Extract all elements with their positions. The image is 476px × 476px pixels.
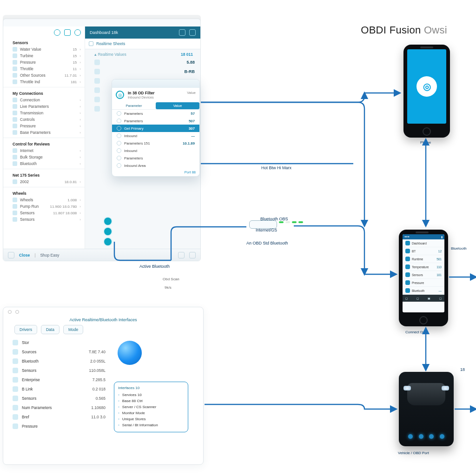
monitor-top [3, 307, 203, 317]
chevron-right-icon: › [79, 211, 81, 215]
item-icon [13, 198, 17, 202]
seg-data[interactable]: Data [41, 325, 60, 334]
sidebar-item[interactable]: Pressure 15 › [3, 59, 85, 66]
row-value: 10.1.89 [183, 141, 195, 145]
power-icon[interactable] [8, 252, 14, 258]
item-icon [13, 179, 17, 184]
popup-tab-a[interactable]: Parameter [112, 102, 156, 109]
item-icon [13, 47, 17, 52]
phone2-under-caption: Connect Data [405, 330, 428, 334]
item-icon [13, 204, 17, 209]
item-label: Bulk Storage [20, 155, 74, 159]
stack-b-label: 9k/s [165, 285, 172, 290]
popup-row[interactable]: Parameters [112, 154, 199, 162]
item-label: Water Value [20, 47, 70, 52]
item-icon [13, 124, 17, 128]
row-label: Runtime [412, 258, 435, 261]
item-label: 2002 [20, 179, 62, 184]
chevron-right-icon: › [79, 149, 81, 153]
grid-icon[interactable] [64, 29, 71, 36]
sidebar-item[interactable]: Controls › [3, 116, 85, 123]
popup-row[interactable]: Inbound — [112, 132, 199, 139]
chevron-right-icon: › [79, 180, 81, 184]
card-icon[interactable] [189, 29, 196, 36]
phone-list: ●●●▮ Dashboard BT 12 Runtime 501 Tempera… [399, 230, 448, 326]
sidebar-item[interactable]: Bluetooth › [3, 160, 85, 167]
phone-list-row[interactable]: Dashboard [403, 239, 444, 247]
phone-list-row[interactable]: Runtime 501 [403, 255, 444, 263]
popup-row[interactable]: Parameters 57 [112, 110, 199, 117]
sidebar-item[interactable]: Live Parameters › [3, 103, 85, 110]
sidebar-item[interactable]: Base Parameters › [3, 129, 85, 136]
row-value: 307 [189, 126, 195, 131]
popup-row[interactable]: Parameters 507 [112, 117, 199, 125]
internet-label: Internet/GS [256, 228, 277, 232]
phone-list-row[interactable]: Temperature 110 [403, 263, 444, 271]
monitor-row: Num Parameters 1.10680 [13, 403, 106, 412]
chat-icon[interactable] [179, 29, 185, 36]
item-icon [13, 60, 17, 65]
row-icon [13, 386, 18, 392]
item-value: 1.008 [67, 198, 77, 202]
sidebar-item[interactable]: Turbine 15 › [3, 53, 85, 59]
popup-footer[interactable]: Port 88 [185, 170, 196, 174]
seg-drivers[interactable]: Drivers [14, 325, 37, 334]
sheet-icon [89, 41, 93, 46]
sidebar-item[interactable]: Pump Run 11.900 18.0.780 › [3, 203, 85, 210]
callout-item: Monitor Mode [118, 410, 184, 416]
row-icon [405, 241, 410, 245]
sidebar-item[interactable]: Other Sources 11.7.01 › [3, 72, 85, 79]
row-value: 501 [436, 258, 442, 261]
metric-row[interactable]: B-RB [85, 67, 200, 76]
row-label: Parameters 151 [124, 141, 180, 145]
phone1-caption: Phone [420, 140, 431, 145]
help-icon[interactable] [74, 29, 81, 36]
monitor-row: Sensors 110.058L [13, 366, 106, 375]
sidebar-item[interactable]: Bulk Storage › [3, 154, 85, 160]
phone-list-row[interactable]: Pressure [403, 279, 444, 287]
shop-button[interactable]: Shop Easy [40, 253, 59, 258]
monitor-row: B Link 0.2 018 [13, 384, 106, 394]
row-icon [13, 423, 18, 429]
monitor-callout: Interfaces 10 Services 10Base 88 CtrlSer… [114, 382, 188, 432]
metric-row[interactable]: 5.88 [85, 58, 200, 67]
chevron-right-icon: › [79, 198, 81, 202]
phone2-side-caption: Bluetooth [451, 246, 467, 251]
sidebar-item[interactable]: Sensors 11.807 18.008 › [3, 210, 85, 216]
row-icon [13, 358, 18, 364]
phone-list-row[interactable]: Bluetooth — [403, 287, 444, 295]
item-icon [13, 217, 17, 222]
sidebar-item[interactable]: Wheels 1.008 › [3, 197, 85, 203]
popup-row[interactable]: Get Primary 307 [112, 125, 199, 132]
chevron-right-icon: › [79, 54, 81, 58]
popup-col-b: Value [187, 91, 196, 95]
phone-list-row[interactable]: Sensors 101 [403, 271, 444, 279]
sidebar-item[interactable]: Sensors › [3, 216, 85, 223]
row-label: Get Primary [124, 126, 186, 131]
settings-icon[interactable] [178, 252, 185, 258]
sidebar-item[interactable]: Transmission › [3, 110, 85, 116]
metric-value: 5.88 [186, 60, 195, 65]
sidebar-item[interactable]: Throttle 11 › [3, 66, 85, 72]
item-label: Wheels [20, 198, 65, 202]
sidebar-item[interactable]: 2002 18.0.81 › [3, 178, 85, 185]
row-icon [117, 148, 121, 153]
refresh-icon[interactable] [54, 29, 60, 36]
sidebar-item[interactable]: Throttle Ind 181 › [3, 79, 85, 85]
item-icon [13, 161, 17, 166]
sync-icon[interactable] [189, 252, 196, 258]
popup-row[interactable]: Parameters 151 10.1.89 [112, 139, 199, 147]
sidebar-item[interactable]: Pressure › [3, 123, 85, 129]
sidebar-item[interactable]: Internet › [3, 147, 85, 154]
popup-tab-b[interactable]: Value [156, 102, 199, 109]
app-sidebar: Sensors Water Value 15 › Turbine 15 › Pr… [3, 26, 85, 261]
detail-popup: ◎ In 38 OD Filter Inbound Devices Value … [112, 79, 200, 177]
popup-row[interactable]: Inbound Area [112, 162, 199, 169]
popup-row[interactable]: Inbound [112, 147, 199, 154]
row-value: — [439, 289, 442, 292]
close-button[interactable]: Close [19, 253, 30, 258]
sidebar-item[interactable]: Water Value 15 › [3, 46, 85, 53]
phone-list-row[interactable]: BT 12 [403, 247, 444, 255]
sidebar-item[interactable]: Connection › [3, 97, 85, 103]
seg-mode[interactable]: Mode [63, 325, 83, 334]
